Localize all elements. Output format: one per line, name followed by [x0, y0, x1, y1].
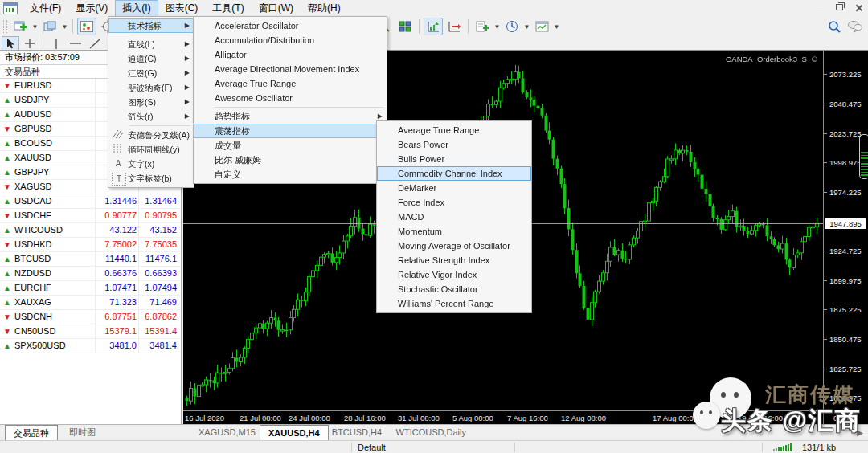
- chart-tab-btcusdh4[interactable]: BTCUSD,H4: [324, 426, 390, 439]
- oscillator-item-commoditychannelindex[interactable]: Commodity Channel Index: [377, 166, 531, 181]
- menu-item-label: Accumulation/Distribution: [215, 33, 314, 47]
- insert-menu-item-y[interactable]: 循环周期线(y): [108, 142, 194, 157]
- indicator-item-[interactable]: 趋势指标▶: [194, 109, 387, 124]
- market-watch-row[interactable]: ▼USDHKD7.750027.75035: [0, 238, 181, 252]
- menubar-item-w[interactable]: 窗口(W): [252, 0, 301, 17]
- insert-menu-item-l[interactable]: 直线(L)▶: [108, 37, 194, 51]
- market-watch-row[interactable]: ▲XAUXAG71.32371.469: [0, 296, 181, 310]
- oscillator-item-bullspower[interactable]: Bulls Power: [377, 152, 531, 166]
- menubar-item-t[interactable]: 工具(T): [205, 0, 251, 17]
- oscillator-item-bearspower[interactable]: Bears Power: [377, 137, 531, 152]
- symbol-name: GBPJPY: [14, 165, 49, 179]
- new-chart-icon[interactable]: [10, 18, 30, 35]
- close-icon[interactable]: [852, 2, 865, 13]
- dropdown-caret[interactable]: ▼: [523, 18, 530, 35]
- market-watch-row[interactable]: ▲USDCAD1.314461.31464: [0, 194, 181, 209]
- menubar-item-h[interactable]: 帮助(H): [301, 0, 348, 17]
- oscillator-item-williamspercentrange[interactable]: Williams' Percent Range: [377, 296, 531, 311]
- market-watch-row[interactable]: ▲WTICOUSD43.12243.152: [0, 223, 181, 238]
- bid-price: 3481.0: [93, 339, 137, 353]
- market-watch-row[interactable]: ▼USDCNH6.877516.87862: [0, 310, 181, 324]
- insert-menu-item-f[interactable]: 斐波纳奇(F)▶: [108, 80, 194, 95]
- minimize-icon[interactable]: [813, 2, 826, 13]
- tab-scroll-arrow-icon[interactable]: ▶: [857, 428, 863, 437]
- restore-icon[interactable]: [833, 2, 845, 13]
- trendline-icon[interactable]: [86, 36, 104, 51]
- oscillator-item-demarker[interactable]: DeMarker: [377, 181, 531, 195]
- menubar-item-v[interactable]: 显示(V): [68, 0, 115, 17]
- insert-menu-item-a[interactable]: 安德鲁分叉线(A): [108, 128, 194, 142]
- crosshair-icon[interactable]: [21, 36, 39, 51]
- symbol-cell: ▲WTICOUSD: [0, 223, 93, 237]
- tile-windows-icon[interactable]: [395, 18, 415, 35]
- chart-tab-xauusdh4[interactable]: XAUUSD,H4: [260, 425, 329, 441]
- timeframes-icon[interactable]: [502, 18, 522, 35]
- chart-tab-xagusdm15[interactable]: XAGUSD,M15: [190, 426, 264, 439]
- menubar-item-f[interactable]: 文件(F): [23, 0, 68, 17]
- market-watch-tab-即时图[interactable]: 即时图: [61, 426, 104, 439]
- indicator-item-[interactable]: 震荡指标▶: [194, 124, 387, 138]
- insert-menu-item-g[interactable]: 江恩(G)▶: [108, 66, 194, 80]
- menu-item-label: Moving Average of Oscillator: [398, 239, 510, 253]
- market-watch-row[interactable]: ▲EURCHF1.074711.07494: [0, 281, 181, 296]
- price-axis[interactable]: 2073.2252048.4752023.7251998.9751974.225…: [823, 50, 868, 425]
- insert-menu-item-b[interactable]: T文字标签(b): [108, 171, 194, 186]
- market-watch-row[interactable]: ▲BTCUSD11440.111476.1: [0, 252, 181, 267]
- menubar-item-i[interactable]: 插入(I): [115, 0, 158, 17]
- oscillator-item-macd[interactable]: MACD: [377, 210, 531, 224]
- oscillator-item-movingaverageofoscillator[interactable]: Moving Average of Oscillator: [377, 239, 531, 253]
- bid-price: 0.90777: [93, 209, 137, 222]
- horizontal-line-icon[interactable]: [67, 36, 84, 51]
- market-watch-row[interactable]: ▲NZDUSD0.663760.66393: [0, 267, 181, 281]
- indicator-item-alligator[interactable]: Alligator: [194, 47, 387, 62]
- market-watch-row[interactable]: ▲SPX500USD3481.03481.4: [0, 339, 181, 353]
- time-tick-label: 7 Aug 16:00: [507, 414, 548, 422]
- chat-icon[interactable]: [845, 18, 865, 35]
- chart-tab-wticousddaily[interactable]: WTICOUSD,Daily: [388, 426, 474, 439]
- indicator-item-averagetruerange[interactable]: Average True Range: [194, 76, 387, 91]
- market-watch-icon[interactable]: [77, 18, 96, 35]
- templates-icon[interactable]: [532, 18, 551, 35]
- insert-menu-item-r[interactable]: 箭头(r)▶: [108, 109, 194, 124]
- oscillator-item-averagetruerange[interactable]: Average True Range: [377, 123, 531, 137]
- dropdown-caret[interactable]: ▼: [31, 18, 39, 35]
- market-watch-row[interactable]: ▼CN50USD15379.115391.4: [0, 324, 181, 339]
- insert-menu-item-[interactable]: 技术指标▶: [108, 18, 194, 33]
- vertical-line-icon[interactable]: [47, 36, 65, 51]
- oscillator-item-stochasticoscillator[interactable]: Stochastic Oscillator: [377, 282, 531, 296]
- insert-menu-item-s[interactable]: 图形(S)▶: [108, 95, 194, 109]
- indicator-item-[interactable]: 成交量▶: [194, 138, 387, 153]
- oscillator-item-relativevigorindex[interactable]: Relative Vigor Index: [377, 267, 531, 282]
- menu-item-label: Force Index: [398, 195, 444, 210]
- new-order-icon[interactable]: [473, 18, 492, 35]
- status-profile: Default: [358, 443, 386, 452]
- dropdown-caret[interactable]: ▼: [553, 18, 560, 35]
- dropdown-caret[interactable]: ▼: [61, 18, 68, 35]
- symbol-cell: ▼GBPUSD: [0, 122, 93, 136]
- indicator-item-[interactable]: 比尔 威廉姆▶: [194, 153, 387, 167]
- search-icon[interactable]: [825, 18, 844, 35]
- market-watch-row[interactable]: ▼USDCHF0.907770.90795: [0, 209, 181, 223]
- cursor-icon[interactable]: [2, 36, 19, 51]
- profiles-icon[interactable]: [40, 18, 59, 35]
- menubar-item-c[interactable]: 图表(C): [158, 0, 206, 17]
- symbol-name: CN50USD: [14, 324, 55, 338]
- indicator-item-[interactable]: 自定义▶: [194, 167, 387, 182]
- dropdown-caret[interactable]: ▼: [493, 18, 501, 35]
- tick-up-icon: ▲: [3, 93, 11, 107]
- chart-shift-icon[interactable]: [444, 18, 464, 35]
- symbol-cell: ▼XAGUSD: [0, 180, 93, 194]
- auto-scroll-icon[interactable]: [424, 18, 443, 35]
- indicator-item-averagedirectionalmovementindex[interactable]: Average Directional Movement Index: [194, 62, 387, 76]
- oscillator-item-momentum[interactable]: Momentum: [377, 224, 531, 239]
- market-watch-tab-交易品种[interactable]: 交易品种: [5, 425, 58, 441]
- submenu-arrow-icon: ▶: [185, 18, 190, 33]
- indicator-item-awesomeoscillator[interactable]: Awesome Oscillator: [194, 91, 387, 105]
- insert-menu-item-x[interactable]: A文字(x): [108, 157, 194, 171]
- oscillator-item-relativestrengthindex[interactable]: Relative Strength Index: [377, 253, 531, 267]
- price-tick-label: 1899.975: [824, 276, 862, 285]
- oscillator-item-forceindex[interactable]: Force Index: [377, 195, 531, 210]
- indicator-item-accumulationdistribution[interactable]: Accumulation/Distribution: [194, 33, 387, 47]
- insert-menu-item-c[interactable]: 通道(C)▶: [108, 51, 194, 66]
- indicator-item-acceleratoroscillator[interactable]: Accelerator Oscillator: [194, 18, 387, 33]
